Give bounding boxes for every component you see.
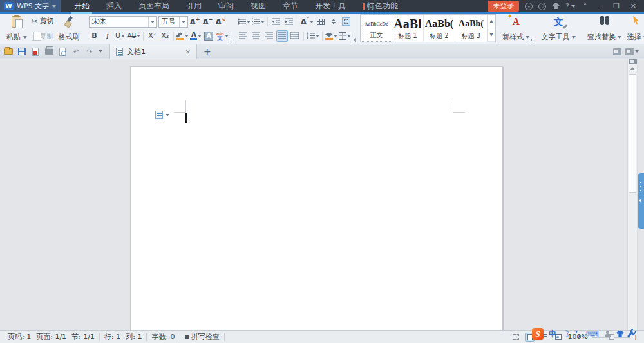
align-right-button[interactable] [263, 30, 275, 42]
tab-insert[interactable]: 插入 [98, 0, 130, 14]
login-button[interactable]: 未登录 [488, 1, 519, 12]
export-pdf-button[interactable] [31, 48, 40, 56]
ime-language-mode-button[interactable]: 中 [549, 329, 556, 340]
tab-section[interactable]: 章节 [274, 0, 307, 14]
ime-punctuation-button[interactable]: ’, [575, 329, 581, 338]
tab-view[interactable]: 视图 [242, 0, 274, 14]
increase-indent-button[interactable] [283, 16, 295, 28]
superscript-button[interactable]: X² [146, 30, 158, 42]
redo-button[interactable]: ↷ [85, 48, 94, 56]
tab-special-features[interactable]: 特色功能 [354, 0, 406, 14]
decrease-indent-button[interactable] [270, 16, 282, 28]
restore-button[interactable]: ❐ [611, 2, 622, 10]
tab-page-layout[interactable]: 页面布局 [130, 0, 178, 14]
tab-review[interactable]: 审阅 [210, 0, 242, 14]
ime-account-icon[interactable] [604, 331, 611, 337]
character-shading-button[interactable]: A [203, 30, 214, 42]
phonetic-guide-button[interactable]: wén文 [216, 30, 228, 42]
undo-button[interactable]: ↶ [71, 48, 80, 56]
bold-button[interactable]: B [89, 30, 100, 42]
font-size-caret-icon[interactable] [179, 17, 187, 27]
format-painter-button[interactable]: 格式刷 [56, 15, 82, 43]
select-button[interactable]: 选择 [624, 15, 644, 43]
styles-scroll-up-button[interactable]: ▲ [488, 15, 495, 28]
vertical-scrollbar[interactable] [627, 59, 638, 330]
numbering-button[interactable] [252, 16, 265, 28]
italic-button[interactable]: I [102, 30, 113, 42]
close-button[interactable]: ✕ [628, 2, 639, 10]
font-size-combo[interactable]: 五号 [158, 16, 188, 28]
document-area[interactable] [0, 59, 644, 330]
skin-icon[interactable] [552, 3, 560, 9]
show-paragraph-layout-button[interactable] [341, 16, 352, 28]
tab-list-button[interactable] [625, 48, 639, 55]
task-pane-icon[interactable] [613, 48, 621, 55]
styles-more-button[interactable]: ▼ [488, 28, 495, 42]
style-heading3[interactable]: AaBb( 标题 3 [455, 15, 487, 42]
style-heading1[interactable]: AaBl 标题 1 [392, 15, 424, 42]
spell-check-button[interactable]: 拼写检查 [182, 332, 222, 342]
print-preview-button[interactable] [58, 48, 67, 56]
font-family-combo[interactable]: 宋体 [89, 16, 157, 28]
qat-dropdown-caret-icon[interactable] [99, 50, 102, 53]
text-effects-button[interactable]: A∿ [215, 16, 227, 28]
paste-button[interactable]: 粘贴 [4, 15, 30, 43]
copy-button[interactable]: 复制 [30, 30, 56, 43]
underline-button[interactable]: U [115, 30, 126, 42]
app-menu-button[interactable]: W WPS 文字 [0, 0, 61, 14]
ime-fullhalf-moon-icon[interactable]: ☽ [562, 329, 570, 339]
character-scale-button[interactable]: A˄ [301, 16, 314, 28]
save-button[interactable] [17, 48, 26, 56]
ime-skin-icon[interactable] [616, 331, 624, 337]
document-page[interactable] [130, 66, 503, 330]
new-document-tab-button[interactable]: + [197, 44, 218, 59]
distribute-button[interactable] [289, 30, 301, 42]
bullets-button[interactable] [238, 16, 251, 28]
align-center-button[interactable] [251, 30, 262, 42]
tab-developer[interactable]: 开发工具 [307, 0, 354, 14]
shrink-font-button[interactable]: A− [202, 16, 214, 28]
scrollbar-thumb[interactable] [629, 74, 636, 193]
ime-toolbox-icon[interactable] [627, 331, 633, 337]
insert-table-button[interactable] [315, 16, 327, 28]
document-tab-close-icon[interactable]: ✕ [185, 48, 191, 55]
status-word-count[interactable]: 字数: 0 [149, 332, 177, 342]
minimize-button[interactable]: ─ [595, 2, 605, 10]
style-normal[interactable]: AaBbCcDd 正文 [361, 15, 392, 42]
cut-button[interactable]: ✂ 剪切 [30, 15, 56, 28]
grow-font-button[interactable]: A+ [189, 16, 201, 28]
find-replace-button[interactable]: 查找替换 [585, 15, 625, 43]
tab-home[interactable]: 开始 [66, 0, 98, 14]
font-color-button[interactable]: A [190, 30, 202, 42]
highlight-color-button[interactable] [176, 30, 189, 42]
fullscreen-view-button[interactable] [511, 333, 520, 342]
paste-options-button[interactable] [155, 111, 169, 119]
open-button[interactable] [4, 48, 13, 56]
night-mode-icon[interactable]: ☽ [538, 3, 546, 10]
update-icon[interactable]: ↓ [525, 3, 533, 10]
scroll-up-arrow-icon[interactable] [630, 67, 635, 70]
tab-references[interactable]: 引用 [178, 0, 210, 14]
align-left-button[interactable] [238, 30, 249, 42]
collapse-ribbon-button[interactable]: ˄ [581, 2, 590, 10]
line-spacing-button[interactable] [307, 30, 319, 42]
document-tab[interactable]: 文档1 ✕ [109, 44, 197, 59]
new-style-button[interactable]: A 新样式 [500, 15, 533, 43]
help-button[interactable]: ? [565, 3, 575, 10]
ruler-toggle-button[interactable] [629, 59, 637, 64]
font-dialog-launcher[interactable] [228, 38, 232, 42]
styles-dialog-launcher[interactable] [529, 38, 533, 42]
borders-button[interactable] [339, 30, 351, 42]
app-menu-caret-icon[interactable] [52, 5, 56, 8]
subscript-button[interactable]: X₂ [159, 30, 171, 42]
style-heading2[interactable]: AaBb( 标题 2 [424, 15, 455, 42]
side-panel-pull-tab[interactable] [638, 173, 644, 229]
justify-button[interactable] [276, 30, 288, 42]
paragraph-dialog-launcher[interactable] [352, 38, 356, 42]
strikethrough-button[interactable]: AB [128, 30, 141, 42]
paragraph-sort-button[interactable] [328, 16, 339, 28]
font-family-caret-icon[interactable] [148, 17, 156, 27]
ime-soft-keyboard-icon[interactable]: ⌨ [586, 329, 599, 339]
print-button[interactable] [44, 48, 53, 56]
shading-button[interactable] [325, 30, 337, 42]
